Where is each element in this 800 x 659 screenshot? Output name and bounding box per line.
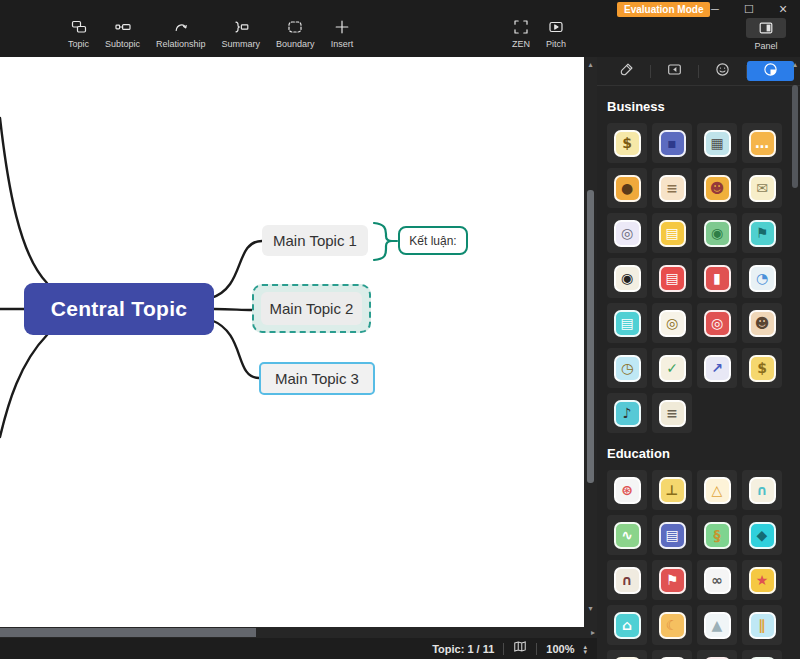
sticker-team-icon[interactable]: ☻ [742,303,782,343]
sticker-analytics-search-icon[interactable]: ◎ [652,303,692,343]
sidebar-scrollbar[interactable]: ▴ [791,60,799,659]
canvas-horizontal-scrollbar[interactable]: ▸ [0,627,597,638]
sticker-envelope-icon[interactable]: ✉ [742,168,782,208]
scroll-right-icon[interactable]: ▸ [591,628,595,637]
sticker-id-badge-icon[interactable]: ≡ [652,393,692,433]
sticker-document-search-icon[interactable]: ◎ [607,213,647,253]
sticker-record-player-icon[interactable]: ◉ [607,258,647,298]
zen-icon [512,18,530,36]
dna-icon: § [704,522,731,549]
sticker-hourglass-icon[interactable]: ⌛ [652,650,692,659]
sticker-tab[interactable] [747,61,794,81]
toolbar-button-relationship[interactable]: Relationship [148,16,214,51]
toolbar-button-boundary[interactable]: Boundary [268,16,323,51]
sticker-textbook-icon[interactable]: ▤ [652,515,692,555]
sticker-balance-scale-icon[interactable]: ⊥ [652,470,692,510]
sticker-clock-icon[interactable]: ◷ [607,348,647,388]
canvas-vertical-scrollbar[interactable]: ▴ ▾ [584,57,597,627]
sticker-newtons-cradle-icon[interactable]: ∩ [742,470,782,510]
boundary-icon [286,18,304,36]
sticker-microphone-icon[interactable]: ♪ [607,393,647,433]
red-book-icon: ▮ [704,265,731,292]
glasses-icon: ∞ [704,567,731,594]
main-topic-2-selection[interactable]: Main Topic 2 [252,284,371,333]
zoom-out-icon[interactable]: ▾ [583,649,587,654]
mindmap-app: Evaluation Mode ─ ☐ × TopicSubtopicRelat… [0,0,800,659]
coins-icon: $ [749,355,776,382]
sticker-contact-card-icon[interactable]: ≡ [652,168,692,208]
toolbar-button-zen[interactable]: ZEN [504,16,538,51]
connector-lines [0,57,584,627]
folder-icon: ▤ [659,220,686,247]
sticker-graduation-cap-icon[interactable]: ◆ [742,515,782,555]
zoom-stepper[interactable]: ▴ ▾ [583,644,587,654]
toolbar-left-group: TopicSubtopicRelationshipSummaryBoundary… [60,16,361,51]
toolbar-button-pitch[interactable]: Pitch [538,16,574,51]
main-topic-2-node[interactable]: Main Topic 2 [261,292,362,325]
sticker-headphones-icon[interactable]: ∩ [607,560,647,600]
globe-location-icon: ◉ [704,220,731,247]
marker-tab[interactable] [699,61,746,81]
scroll-up-icon[interactable]: ▴ [584,60,597,69]
sticker-globe-stand-icon[interactable]: ◉ [742,650,782,659]
toolbar-button-label: Topic [68,39,89,49]
sticker-medal-icon[interactable]: ★ [742,560,782,600]
chalkboard-icon: ∿ [614,522,641,549]
toolbar-button-summary[interactable]: Summary [214,16,269,51]
summary-brace[interactable] [374,223,397,260]
sticker-chalkboard-icon[interactable]: ∿ [607,515,647,555]
sticker-puzzle-icon[interactable]: ▞ [607,650,647,659]
sticker-target-icon[interactable]: ◎ [697,303,737,343]
sticker-red-book-icon[interactable]: ▮ [697,258,737,298]
sticker-coffee-icon[interactable]: ● [607,168,647,208]
vertical-scroll-thumb[interactable] [587,190,594,483]
chemistry-flask-icon: △ [704,477,731,504]
mindmap-canvas[interactable]: Central Topic Main Topic 1 Main Topic 2 … [0,57,584,627]
evaluation-mode-badge: Evaluation Mode [617,2,710,17]
sticker-support-agent-icon[interactable]: ☻ [697,168,737,208]
sticker-folder-icon[interactable]: ▤ [652,213,692,253]
toolbar-button-panel[interactable]: Panel [738,16,794,53]
sticker-dna-icon[interactable]: § [697,515,737,555]
target-icon: ◎ [704,310,731,337]
sticker-briefcase-icon[interactable]: ▪ [652,123,692,163]
sticker-paper-boat-icon[interactable]: ▲ [697,605,737,645]
sticker-growth-chart-icon[interactable]: ↗ [697,348,737,388]
sticker-school-icon[interactable]: ⌂ [607,605,647,645]
sticker-presentation-chart-icon[interactable]: ◔ [742,258,782,298]
medal-icon: ★ [749,567,776,594]
central-topic-node[interactable]: Central Topic [24,283,214,335]
sticker-moon-icon[interactable]: ☾ [652,605,692,645]
horizontal-scroll-thumb[interactable] [0,628,256,637]
sticker-chemistry-flask-icon[interactable]: △ [697,470,737,510]
map-overview-icon[interactable] [513,640,527,658]
sticker-chat-bubbles-icon[interactable]: … [742,123,782,163]
sticker-atom-icon[interactable]: ⊛ [607,470,647,510]
sticker-notebook-pen-icon[interactable]: ▤ [652,258,692,298]
ruler-pencil-icon: ∥ [749,612,776,639]
sidebar-scroll-thumb[interactable] [792,85,798,188]
subtopic-icon [114,18,132,36]
toolbar-button-topic[interactable]: Topic [60,16,97,51]
sticker-glasses-icon[interactable]: ∞ [697,560,737,600]
sidebar-scroll-up-icon[interactable]: ▴ [791,60,799,69]
sticker-mailbox-icon[interactable]: ⚑ [742,213,782,253]
sticker-backpack-icon[interactable]: ▣ [697,650,737,659]
image-tab[interactable] [651,61,698,81]
sticker-coins-icon[interactable]: $ [742,348,782,388]
sticker-ruler-pencil-icon[interactable]: ∥ [742,605,782,645]
sticker-calculator-icon[interactable]: ▦ [697,123,737,163]
sticker-checklist-icon[interactable]: ✓ [652,348,692,388]
sticker-globe-location-icon[interactable]: ◉ [697,213,737,253]
sticker-printer-icon[interactable]: ▤ [607,303,647,343]
sticker-money-icon[interactable]: $ [607,123,647,163]
summary-topic-node[interactable]: Kết luận: [398,226,468,255]
sticker-flag-icon[interactable]: ⚑ [652,560,692,600]
toolbar-button-insert[interactable]: Insert [323,16,362,51]
scroll-down-icon[interactable]: ▾ [584,604,597,613]
main-topic-1-node[interactable]: Main Topic 1 [262,225,368,256]
toolbar-button-subtopic[interactable]: Subtopic [97,16,148,51]
format-tab[interactable] [603,61,650,81]
main-topic-3-node[interactable]: Main Topic 3 [259,362,375,395]
analytics-search-icon: ◎ [659,310,686,337]
